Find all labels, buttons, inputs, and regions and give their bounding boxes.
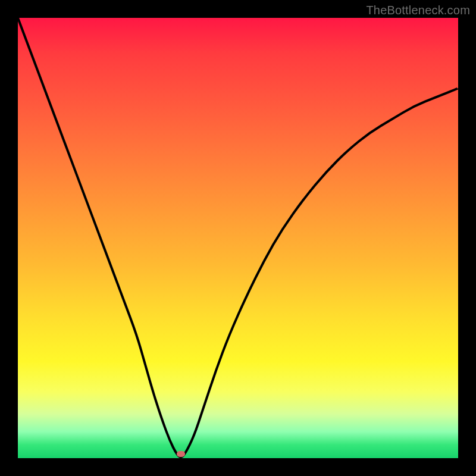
- chart-frame: TheBottleneck.com: [0, 0, 476, 476]
- plot-area: [18, 18, 458, 458]
- curve-path: [18, 18, 458, 457]
- optimum-marker: [177, 451, 185, 457]
- bottleneck-curve: [18, 18, 458, 458]
- watermark-text: TheBottleneck.com: [366, 4, 470, 17]
